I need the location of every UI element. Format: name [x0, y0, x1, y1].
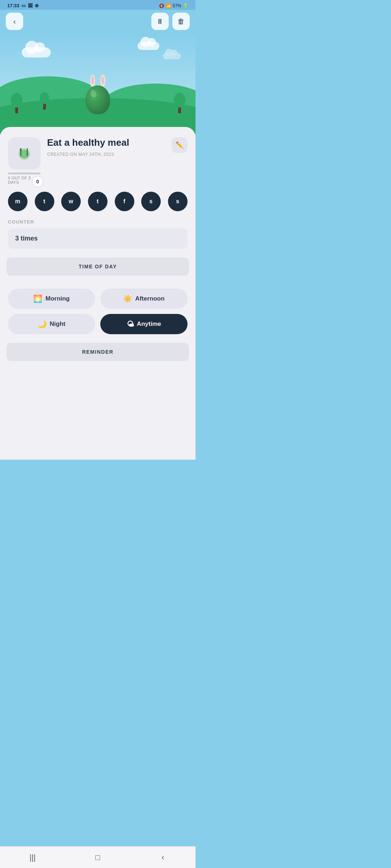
- time-of-day-label: TIME OF DAY: [79, 264, 117, 269]
- svg-rect-5: [20, 151, 21, 152]
- bunny-ears: [85, 75, 110, 87]
- tree-3: [174, 93, 185, 113]
- counter-section-label: COUNTER: [8, 219, 188, 225]
- day-thursday-label: t: [97, 198, 99, 205]
- trash-button[interactable]: 🗑: [172, 13, 190, 30]
- afternoon-button[interactable]: ☀️ Afternoon: [100, 289, 188, 309]
- morning-label: Morning: [45, 295, 70, 302]
- cloud-1: [22, 47, 51, 58]
- tree-trunk: [178, 107, 181, 113]
- pause-icon: ⏸: [156, 17, 164, 26]
- edit-icon: ✏️: [176, 141, 184, 149]
- day-wednesday-label: w: [69, 198, 73, 205]
- cloud-3: [163, 53, 181, 59]
- image-icon: 🖼: [28, 3, 33, 8]
- status-bar: 17:33 ▭ 🖼 ⊗ 🔇 📶 57% 🔋: [0, 0, 196, 10]
- progress-bar-background: [8, 173, 41, 174]
- day-friday-label: f: [123, 198, 126, 205]
- anytime-button[interactable]: 🌤 Anytime: [100, 314, 188, 334]
- wifi-icon: 📶: [166, 3, 171, 8]
- habit-count-badge: 0: [32, 176, 43, 187]
- habit-created-date: CREATED ON MAY 24TH, 2023: [47, 152, 165, 157]
- ear-right: [100, 75, 105, 87]
- battery-icon: 🔋: [183, 3, 188, 8]
- tree-trunk: [15, 107, 18, 113]
- days-of-week-row: m t w t f s s: [8, 192, 188, 211]
- habit-icon-background: [8, 137, 41, 170]
- anytime-label: Anytime: [137, 320, 161, 328]
- ear-inner-right: [102, 76, 104, 84]
- cloud-2: [138, 42, 159, 50]
- night-icon: 🌙: [38, 320, 47, 328]
- tree-top: [11, 93, 22, 107]
- pause-button[interactable]: ⏸: [151, 13, 169, 30]
- habit-count: 0: [36, 179, 39, 184]
- trash-icon: 🗑: [177, 17, 185, 26]
- habit-title: Eat a healthy meal: [47, 137, 165, 148]
- day-monday-label: m: [15, 198, 21, 205]
- tree-1: [11, 93, 22, 113]
- svg-rect-4: [21, 148, 22, 151]
- tree-top: [174, 93, 185, 107]
- time-of-day-grid: 🌅 Morning ☀️ Afternoon 🌙 Night 🌤 Anytime: [8, 289, 188, 334]
- reminder-section: REMINDER: [7, 343, 189, 361]
- mute-icon: 🔇: [159, 3, 164, 8]
- svg-rect-3: [20, 148, 21, 151]
- afternoon-icon: ☀️: [123, 294, 132, 303]
- day-tuesday-label: t: [43, 198, 46, 205]
- ear-left: [90, 75, 95, 87]
- tablet-icon: ▭: [21, 3, 26, 8]
- back-button[interactable]: ‹: [6, 13, 23, 30]
- meal-icon: [15, 144, 34, 163]
- day-sunday-label: s: [176, 198, 179, 205]
- header-controls: ‹ ⏸ 🗑: [0, 10, 196, 33]
- day-saturday[interactable]: s: [141, 192, 161, 211]
- character: [85, 75, 110, 118]
- morning-icon: 🌅: [33, 294, 42, 303]
- counter-box: 3 times: [8, 228, 188, 249]
- day-sunday[interactable]: s: [168, 192, 188, 211]
- back-icon: ‹: [13, 17, 16, 26]
- status-time: 17:33: [7, 3, 19, 8]
- counter-value: 3 times: [15, 235, 38, 242]
- afternoon-label: Afternoon: [135, 295, 164, 302]
- ear-inner-left: [92, 76, 94, 84]
- morning-button[interactable]: 🌅 Morning: [8, 289, 95, 309]
- tree-top: [40, 92, 49, 104]
- day-tuesday[interactable]: t: [35, 192, 54, 211]
- status-left: 17:33 ▭ 🖼 ⊗: [7, 3, 39, 8]
- tree-trunk: [43, 104, 46, 110]
- day-thursday[interactable]: t: [88, 192, 108, 211]
- anytime-icon: 🌤: [127, 320, 134, 328]
- day-monday[interactable]: m: [8, 192, 28, 211]
- habit-icon-wrap: 0 0 OUT OF 3 DAYS: [8, 137, 41, 184]
- main-card: 0 0 OUT OF 3 DAYS Eat a healthy meal CRE…: [0, 127, 196, 460]
- habit-info: Eat a healthy meal CREATED ON MAY 24TH, …: [47, 137, 165, 157]
- edit-button[interactable]: ✏️: [172, 137, 188, 153]
- night-label: Night: [50, 320, 65, 328]
- day-friday[interactable]: f: [115, 192, 134, 211]
- day-wednesday[interactable]: w: [61, 192, 81, 211]
- night-button[interactable]: 🌙 Night: [8, 314, 95, 334]
- time-of-day-section: TIME OF DAY: [7, 258, 189, 276]
- tree-2: [40, 92, 49, 110]
- scene: [0, 33, 196, 134]
- battery-label: 57%: [173, 3, 181, 8]
- reminder-label: REMINDER: [82, 349, 114, 355]
- egg-shine: [89, 89, 98, 98]
- habit-header: 0 0 OUT OF 3 DAYS Eat a healthy meal CRE…: [8, 137, 188, 184]
- day-saturday-label: s: [150, 198, 153, 205]
- egg-body: [85, 85, 110, 114]
- status-right: 🔇 📶 57% 🔋: [159, 3, 188, 8]
- header-right-buttons: ⏸ 🗑: [151, 13, 190, 30]
- x-icon: ⊗: [35, 3, 39, 8]
